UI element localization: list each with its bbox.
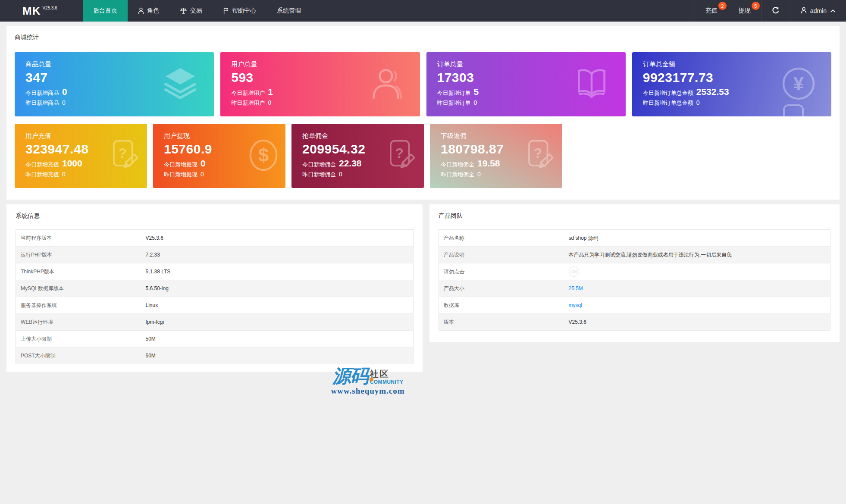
scales-icon bbox=[180, 7, 187, 14]
row-value: 50M bbox=[141, 331, 414, 347]
person-icon bbox=[138, 7, 144, 14]
table-row: 当前程序版本 V25.3.6 bbox=[16, 230, 414, 247]
svg-text:$: $ bbox=[258, 145, 269, 166]
menu-item-label: 交易 bbox=[190, 7, 202, 15]
user-icon bbox=[801, 7, 807, 15]
orange-dot-icon bbox=[370, 378, 373, 382]
row-value: 50M bbox=[141, 347, 414, 364]
table-row: 数据库 mysql bbox=[439, 297, 830, 314]
stat-today-label: 今日新增佣金 bbox=[302, 161, 336, 169]
product-size-link[interactable]: 25.5M bbox=[569, 285, 583, 291]
row-value: mysql bbox=[564, 297, 830, 314]
username: admin bbox=[810, 7, 827, 14]
stat-yesterday-label: 昨日新增用户 bbox=[231, 99, 265, 107]
stat-today-value: 19.58 bbox=[477, 158, 500, 169]
watermark-logo-top: 源码 社区 COMMUNITY bbox=[319, 367, 417, 385]
svg-text:¥: ¥ bbox=[793, 73, 804, 94]
stat-today-label: 今日新增订单 bbox=[437, 89, 471, 97]
table-row: 版本 V25.3.6 bbox=[439, 314, 830, 331]
watermark-url-link[interactable]: www.shequym.com bbox=[319, 386, 417, 396]
product-team-table: 产品名称 sd shop 源码 产品说明 本产品只为学习测试交流,请勿要做商业或… bbox=[439, 229, 830, 331]
stat-card-order-amount: 订单总金额 9923177.73 今日新增订单总金额 2532.53 昨日新增订… bbox=[632, 52, 831, 116]
recharge-button[interactable]: 充值 2 bbox=[695, 0, 728, 22]
table-row: 产品大小 25.5M bbox=[439, 280, 830, 297]
product-team-panel: 产品团队 产品名称 sd shop 源码 产品说明 本产品只为学习测试交流,请勿… bbox=[429, 204, 840, 342]
main-content: 商城统计 商品总量 347 今日新增商品 0 昨日新增商品 0 用户总量 bbox=[0, 22, 846, 372]
menu-item-trade[interactable]: 交易 bbox=[169, 0, 213, 22]
stat-yesterday-value: 0 bbox=[62, 171, 66, 178]
yen-circle-icon: ¥ bbox=[781, 66, 816, 103]
menu-item-system[interactable]: 系统管理 bbox=[266, 0, 311, 22]
stat-card-products: 商品总量 347 今日新增商品 0 昨日新增商品 0 bbox=[15, 52, 214, 116]
menu-item-help-center[interactable]: 帮助中心 bbox=[213, 0, 266, 22]
stats-row-1: 商品总量 347 今日新增商品 0 昨日新增商品 0 用户总量 593 今 bbox=[15, 52, 831, 116]
stat-yesterday-label: 昨日新增提现 bbox=[164, 171, 197, 178]
withdraw-button[interactable]: 提现 5 bbox=[728, 0, 761, 22]
system-info-panel: 系统信息 当前程序版本 V25.3.6 运行PHP版本 7.2.33 Think… bbox=[6, 204, 423, 372]
row-label: 上传大小限制 bbox=[16, 331, 141, 347]
navbar-actions: 充值 2 提现 5 admin bbox=[695, 0, 846, 22]
recharge-label: 充值 bbox=[705, 7, 718, 15]
stat-yesterday-label: 昨日新增佣金 bbox=[441, 171, 474, 178]
row-label: 当前程序版本 bbox=[16, 230, 141, 247]
menu-item-label: 后台首页 bbox=[93, 7, 117, 15]
layers-icon bbox=[162, 66, 198, 103]
stat-today-value: 1000 bbox=[62, 158, 82, 169]
stat-today-label: 今日新增佣金 bbox=[441, 161, 474, 169]
system-info-title: 系统信息 bbox=[16, 212, 414, 220]
row-label: 数据库 bbox=[439, 297, 564, 314]
row-label: MySQL数据库版本 bbox=[16, 280, 141, 297]
stat-today-value: 5 bbox=[474, 87, 479, 97]
doc-question-pencil-icon: ? bbox=[108, 138, 140, 174]
app-version: V25.3.6 bbox=[42, 6, 57, 10]
user-menu[interactable]: admin bbox=[790, 0, 846, 22]
community-watermark-logo: 源码 社区 COMMUNITY www.shequym.com bbox=[319, 367, 417, 396]
menu-item-label: 帮助中心 bbox=[232, 7, 256, 15]
row-value: Linux bbox=[141, 297, 414, 314]
row-value: 5.1.38 LTS bbox=[141, 263, 414, 280]
svg-text:?: ? bbox=[119, 145, 127, 160]
watermark-cn-primary: 源码 bbox=[332, 367, 368, 385]
menu-item-roles[interactable]: 角色 bbox=[128, 0, 169, 22]
table-row: MySQL数据库版本 5.6.50-log bbox=[16, 280, 414, 297]
row-value: 7.2.33 bbox=[141, 247, 414, 263]
row-value: 本产品只为学习测试交流,请勿要做商业或者用于违法行为,一切后果自负 bbox=[564, 247, 830, 263]
table-row: 上传大小限制 50M bbox=[16, 331, 414, 347]
stat-card-order-commission: 抢单佣金 209954.32 今日新增佣金 22.38 昨日新增佣金 0 ? bbox=[291, 124, 424, 188]
watermark-en: COMMUNITY bbox=[370, 379, 404, 385]
info-panels-row: 系统信息 当前程序版本 V25.3.6 运行PHP版本 7.2.33 Think… bbox=[6, 204, 840, 372]
dollar-circle-icon: $ bbox=[248, 139, 279, 173]
refresh-button[interactable] bbox=[761, 0, 790, 22]
stats-row-2: 用户充值 323947.48 今日新增充值 1000 昨日新增充值 0 ? 用户… bbox=[15, 124, 831, 188]
row-value: sd shop 源码 bbox=[564, 230, 830, 247]
withdraw-label: 提现 bbox=[739, 7, 751, 15]
clipped-doc-icon bbox=[777, 103, 812, 116]
menu-item-label: 系统管理 bbox=[277, 7, 301, 15]
database-link[interactable]: mysql bbox=[569, 302, 582, 308]
stat-yesterday-value: 0 bbox=[268, 99, 271, 106]
flag-icon bbox=[223, 7, 229, 14]
chevron-up-icon bbox=[830, 7, 836, 14]
top-navbar: MK V25.3.6 后台首页 角色 交易 帮助中心 系统管理 bbox=[0, 0, 846, 22]
row-label: 服务器操作系统 bbox=[16, 297, 141, 314]
stat-card-users: 用户总量 593 今日新增用户 1 昨日新增用户 0 bbox=[220, 52, 420, 116]
do-not-click-404-badge[interactable]: 404 bbox=[569, 266, 579, 277]
shop-stats-title: 商城统计 bbox=[15, 34, 831, 41]
stat-yesterday-label: 昨日新增订单总金额 bbox=[643, 99, 693, 107]
row-value: V25.3.6 bbox=[564, 314, 830, 331]
doc-question-pencil-icon: ? bbox=[523, 138, 555, 174]
table-row: 产品说明 本产品只为学习测试交流,请勿要做商业或者用于违法行为,一切后果自负 bbox=[439, 247, 830, 263]
menu-item-home[interactable]: 后台首页 bbox=[83, 0, 128, 22]
stat-yesterday-value: 0 bbox=[62, 99, 66, 106]
stat-yesterday-label: 昨日新增充值 bbox=[25, 171, 59, 178]
stat-yesterday-label: 昨日新增商品 bbox=[25, 99, 59, 107]
stat-today-label: 今日新增订单总金额 bbox=[643, 89, 693, 97]
menu-item-label: 角色 bbox=[147, 7, 159, 15]
system-info-table: 当前程序版本 V25.3.6 运行PHP版本 7.2.33 ThinkPHP版本… bbox=[16, 229, 414, 364]
stat-today-value: 0 bbox=[62, 87, 67, 97]
stat-card-sub-rebate: 下级返佣 180798.87 今日新增佣金 19.58 昨日新增佣金 0 ? bbox=[430, 124, 562, 188]
recharge-badge: 2 bbox=[718, 2, 727, 10]
stat-yesterday-value: 0 bbox=[339, 171, 342, 178]
stat-today-value: 1 bbox=[268, 87, 273, 97]
table-row: WEB运行环境 fpm-fcgi bbox=[16, 314, 414, 331]
